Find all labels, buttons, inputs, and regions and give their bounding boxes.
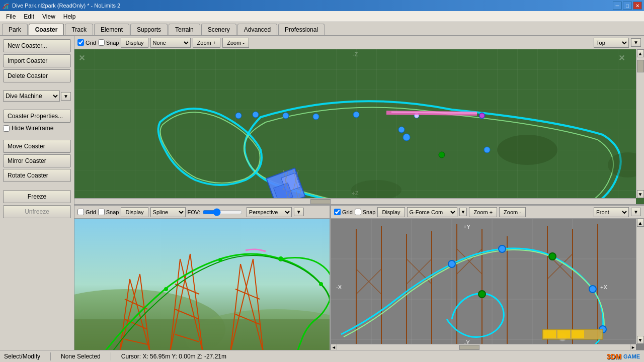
zoom-in-top[interactable]: Zoom +: [193, 38, 221, 48]
sidebar: New Coaster... Import Coaster Delete Coa…: [0, 36, 74, 350]
coaster-properties-button[interactable]: Coaster Properties...: [3, 110, 71, 123]
menu-edit[interactable]: Edit: [20, 12, 38, 21]
tab-scenery[interactable]: Scenery: [201, 24, 236, 35]
svg-point-6: [398, 127, 405, 133]
coaster-action-group: Move Coaster Mirror Coaster Rotate Coast…: [3, 140, 71, 182]
grid-checkbox-top[interactable]: [77, 39, 84, 46]
gforce-select-front[interactable]: G-Force Com: [407, 207, 457, 217]
tab-professional[interactable]: Professional: [278, 24, 325, 35]
mirror-coaster-button[interactable]: Mirror Coaster: [3, 154, 71, 167]
gforce-arrow-front[interactable]: ▼: [459, 208, 467, 216]
status-sep-2: [111, 352, 111, 360]
front-viewport: Grid Snap Display G-Force Com ▼ Zoom + Z…: [331, 206, 644, 350]
freeze-button[interactable]: Freeze: [3, 190, 71, 203]
scrollbar-v-front[interactable]: ▲ ▼: [636, 219, 644, 344]
logo-3dm: 3DM: [606, 352, 621, 360]
snap-label-persp: Snap: [106, 209, 119, 215]
svg-point-30: [497, 135, 557, 165]
scrollbar-v-down-front[interactable]: ▼: [637, 336, 644, 344]
grid-checkbox-persp[interactable]: [77, 209, 84, 215]
view-select-front[interactable]: Front Top Side Perspective: [594, 207, 629, 217]
snap-label-front: Snap: [363, 209, 376, 215]
scrollbar-v-top[interactable]: ▲ ▼: [636, 49, 644, 198]
scrollbar-h-front[interactable]: [331, 344, 636, 350]
top-viewport[interactable]: -Z +Z ✕ ✕: [74, 49, 644, 204]
svg-point-15: [479, 113, 485, 118]
display-button-persp[interactable]: Display: [121, 207, 148, 217]
scrollbar-v-thumb-top[interactable]: [637, 60, 644, 72]
tab-track[interactable]: Track: [65, 24, 93, 35]
delete-coaster-button[interactable]: Delete Coaster: [3, 69, 71, 82]
filter-select-top[interactable]: None: [150, 38, 191, 48]
scrollbar-v-track-top: [637, 57, 644, 190]
front-scene[interactable]: +Y -Y -X +X: [331, 219, 636, 344]
hide-wireframe-checkbox: Hide Wireframe: [3, 125, 71, 132]
move-coaster-button[interactable]: Move Coaster: [3, 140, 71, 153]
scrollbar-h-left-front[interactable]: ◄: [331, 344, 337, 350]
scrollbar-h-thumb-front[interactable]: [459, 345, 479, 350]
hide-wireframe-input[interactable]: [3, 125, 10, 132]
tab-park[interactable]: Park: [2, 24, 28, 35]
view-select-arrow-front[interactable]: ▼: [631, 208, 641, 216]
window-title: Dive Park.nl2park (ReadOnly) * - NoLimit…: [12, 3, 120, 9]
svg-point-93: [448, 260, 455, 267]
scrollbar-h-thumb-top[interactable]: [310, 199, 331, 204]
menu-bar: File Edit View Help: [0, 11, 644, 22]
view-selector-front: Front Top Side Perspective ▼: [594, 207, 641, 217]
selection-label: None Selected: [61, 353, 101, 360]
mode-label: Select/Modify: [4, 353, 40, 360]
tab-element[interactable]: Element: [94, 24, 129, 35]
tab-bar: Park Coaster Track Element Supports Terr…: [0, 22, 644, 36]
grid-label-front: Grid: [342, 209, 353, 215]
menu-view[interactable]: View: [38, 12, 59, 21]
scrollbar-v-up-front[interactable]: ▲: [637, 219, 644, 227]
tab-terrain[interactable]: Terrain: [169, 24, 200, 35]
hide-wireframe-label: Hide Wireframe: [12, 125, 53, 132]
maximize-button[interactable]: □: [623, 2, 632, 10]
snap-label-top: Snap: [106, 40, 119, 46]
grid-checkbox-front[interactable]: [334, 209, 341, 215]
menu-help[interactable]: Help: [59, 12, 80, 21]
coaster-dropdown-arrow[interactable]: ▼: [61, 92, 71, 101]
zoom-out-front[interactable]: Zoom -: [499, 207, 526, 217]
snap-checkbox-persp[interactable]: [98, 209, 105, 215]
tab-advanced[interactable]: Advanced: [237, 24, 277, 35]
close-button[interactable]: ✕: [633, 2, 642, 10]
zoom-in-front[interactable]: Zoom +: [469, 207, 497, 217]
top-viewport-canvas: -Z +Z ✕ ✕: [74, 49, 636, 198]
coaster-select[interactable]: Dive Machine: [3, 90, 60, 102]
top-viewport-toolbar: Grid Snap Display None Zoom + Zoom - Top…: [74, 36, 644, 49]
view-select-arrow-top[interactable]: ▼: [631, 38, 641, 47]
snap-checkbox-front[interactable]: [355, 209, 361, 215]
viewport-area: Grid Snap Display None Zoom + Zoom - Top…: [74, 36, 644, 350]
zoom-out-top[interactable]: Zoom -: [222, 38, 249, 48]
grid-check-persp: Grid: [77, 209, 96, 215]
snap-checkbox-top[interactable]: [98, 39, 105, 46]
fov-slider[interactable]: [202, 208, 243, 216]
import-coaster-button[interactable]: Import Coaster: [3, 54, 71, 67]
svg-point-94: [499, 245, 506, 252]
svg-point-7: [403, 134, 410, 141]
tab-supports[interactable]: Supports: [130, 24, 168, 35]
scrollbar-h-right-front[interactable]: ►: [630, 344, 636, 350]
menu-file[interactable]: File: [2, 12, 20, 21]
view-select-persp[interactable]: Perspective Top Front Side: [247, 207, 292, 217]
minimize-button[interactable]: ─: [613, 2, 622, 10]
perspective-scene[interactable]: [74, 219, 330, 350]
scrollbar-v-down-top[interactable]: ▼: [637, 190, 644, 198]
unfreeze-button[interactable]: Unfreeze: [3, 205, 71, 218]
scrollbar-v-up-top[interactable]: ▲: [637, 49, 644, 57]
scrollbar-h-top[interactable]: [74, 198, 636, 204]
tab-coaster[interactable]: Coaster: [29, 24, 64, 35]
spline-select-persp[interactable]: Spline: [150, 207, 186, 217]
display-button-front[interactable]: Display: [377, 207, 405, 217]
rotate-coaster-button[interactable]: Rotate Coaster: [3, 169, 71, 182]
view-select-top[interactable]: Top Front Side Perspective: [594, 38, 629, 48]
new-coaster-button[interactable]: New Coaster...: [3, 39, 71, 52]
svg-point-59: [278, 256, 283, 261]
grid-check-top: Grid: [77, 39, 96, 46]
svg-rect-103: [572, 330, 584, 338]
display-button-top[interactable]: Display: [121, 38, 148, 48]
view-select-arrow-persp[interactable]: ▼: [294, 208, 304, 216]
front-toolbar: Grid Snap Display G-Force Com ▼ Zoom + Z…: [331, 206, 644, 219]
